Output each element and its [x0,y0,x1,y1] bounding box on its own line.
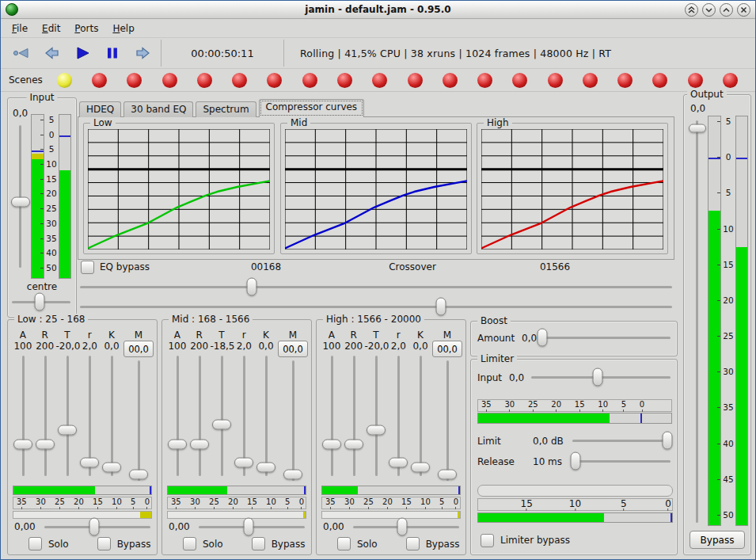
scene-lamp-6[interactable] [232,73,247,88]
scene-lamp-1[interactable] [57,73,72,88]
forward-button[interactable] [127,42,158,64]
play-button[interactable] [67,42,97,64]
low-crossover-slider[interactable] [80,278,672,295]
release-slider[interactable] [572,452,671,470]
param-slider-M[interactable] [123,360,154,481]
param-slider-handle[interactable] [58,425,77,436]
param-slider-A[interactable] [321,356,343,476]
low-crossover-slider-handle[interactable] [246,278,256,296]
solo-checkbox[interactable] [28,537,42,550]
strip-makeup-slider-handle[interactable] [243,518,253,536]
high-crossover-slider[interactable] [80,298,672,315]
bypass-checkbox[interactable] [406,537,420,550]
param-slider-handle[interactable] [168,440,187,450]
tab-spectrum[interactable]: Spectrum [196,101,256,117]
scene-lamp-18[interactable] [652,73,667,88]
param-slider-K[interactable] [101,356,123,476]
param-slider-handle[interactable] [129,470,148,480]
scene-lamp-5[interactable] [197,73,212,88]
param-slider-A[interactable] [12,356,34,476]
menu-help[interactable]: Help [105,21,141,36]
param-slider-handle[interactable] [389,458,408,468]
solo-checkbox[interactable] [337,537,351,550]
strip-makeup-slider[interactable] [44,518,150,535]
centre-balance-slider[interactable] [12,293,70,310]
param-slider-r[interactable] [78,356,101,476]
release-slider-handle[interactable] [570,452,580,470]
scene-lamp-14[interactable] [512,73,527,88]
scene-lamp-19[interactable] [688,73,703,88]
minimize-window-button[interactable] [702,3,716,17]
limiter-bypass-checkbox[interactable] [481,534,494,547]
param-slider-T[interactable] [55,356,78,476]
menu-edit[interactable]: Edit [35,21,67,36]
eq-bypass-checkbox[interactable] [81,261,94,274]
limiter-input-slider-handle[interactable] [593,368,603,387]
high-crossover-slider-handle[interactable] [436,298,446,316]
pause-button[interactable] [97,42,127,64]
scene-lamp-12[interactable] [443,73,458,88]
param-slider-handle[interactable] [256,463,275,473]
scene-lamp-20[interactable] [723,73,738,88]
param-slider-handle[interactable] [234,458,253,468]
param-slider-handle[interactable] [283,470,302,480]
param-slider-handle[interactable] [80,458,99,468]
param-slider-M[interactable] [431,360,463,481]
scene-lamp-4[interactable] [162,73,177,88]
rewind-button[interactable] [37,42,67,64]
menu-ports[interactable]: Ports [67,21,105,36]
makeup-gain-button[interactable]: 00,0 [278,341,308,357]
tab-compressor-curves[interactable]: Compressor curves [259,99,365,117]
makeup-gain-button[interactable]: 00,0 [432,341,462,357]
param-slider-R[interactable] [343,356,365,476]
boost-amount-slider[interactable] [541,329,671,346]
skip-to-start-button[interactable] [7,42,37,64]
shade-window-button[interactable] [685,3,698,17]
strip-makeup-slider[interactable] [353,518,459,535]
input-gain-slider-handle[interactable] [11,197,30,208]
makeup-gain-button[interactable]: 00,0 [123,341,154,357]
param-slider-handle[interactable] [438,470,457,480]
strip-makeup-slider-handle[interactable] [89,518,99,536]
param-slider-R[interactable] [188,356,211,476]
limit-slider[interactable] [572,432,671,449]
scene-lamp-9[interactable] [337,73,352,88]
output-gain-slider-handle[interactable] [689,124,706,133]
param-slider-A[interactable] [166,356,188,476]
scene-lamp-16[interactable] [583,73,598,88]
param-slider-T[interactable] [210,356,233,476]
centre-balance-slider-handle[interactable] [34,293,44,311]
limiter-input-slider[interactable] [531,368,671,386]
scene-lamp-3[interactable] [127,73,142,88]
strip-makeup-slider-handle[interactable] [397,518,407,536]
scene-lamp-2[interactable] [92,73,107,88]
param-slider-M[interactable] [277,360,309,481]
param-slider-handle[interactable] [344,440,363,450]
close-window-button[interactable] [737,3,750,17]
scene-lamp-11[interactable] [408,73,423,88]
menu-file[interactable]: File [5,21,35,36]
param-slider-handle[interactable] [13,440,32,450]
param-slider-handle[interactable] [411,463,430,473]
output-gain-slider[interactable] [696,120,698,523]
param-slider-handle[interactable] [322,440,341,450]
bypass-checkbox[interactable] [252,537,265,550]
boost-amount-slider-handle[interactable] [537,329,547,347]
param-slider-handle[interactable] [190,440,209,450]
param-slider-R[interactable] [34,356,56,476]
param-slider-handle[interactable] [36,440,55,450]
scene-lamp-13[interactable] [477,73,492,88]
param-slider-handle[interactable] [212,419,231,429]
tab-30-band-eq[interactable]: 30 band EQ [123,101,193,117]
param-slider-r[interactable] [387,356,409,476]
scene-lamp-7[interactable] [267,73,282,88]
param-slider-T[interactable] [364,356,387,476]
param-slider-K[interactable] [409,356,431,476]
scene-lamp-15[interactable] [548,73,563,88]
scene-lamp-8[interactable] [302,73,317,88]
limit-slider-handle[interactable] [663,432,673,450]
scene-lamp-10[interactable] [372,73,387,88]
tab-hdeq[interactable]: HDEQ [79,101,121,117]
param-slider-K[interactable] [255,356,277,476]
param-slider-handle[interactable] [102,463,121,473]
